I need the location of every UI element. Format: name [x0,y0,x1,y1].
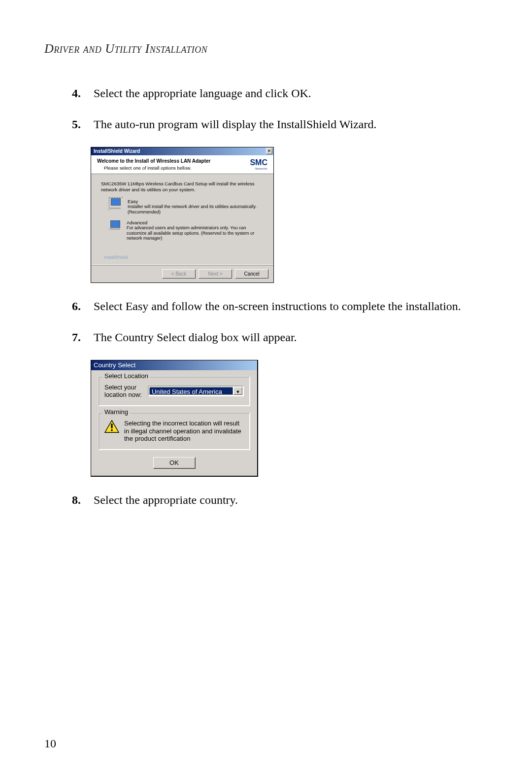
option-easy-title: Easy [128,199,264,204]
option-easy-desc: Installer will install the network drive… [128,204,264,215]
warning-group: Warning Selecting the incorrect location… [98,412,250,450]
next-button: Next > [199,269,232,279]
wizard-header-subtitle: Please select one of install options bel… [97,165,250,171]
window-title: InstallShield Wizard [92,148,140,154]
location-selected-value: United States of America [149,387,233,395]
select-location-group: Select Location Select yourlocation now:… [98,376,250,406]
step-text: The Country Select dialog box will appea… [94,329,488,346]
option-advanced-desc: For advanced users and system administra… [127,225,264,241]
step-number: 6. [72,298,94,315]
wizard-header: Welcome to the Install of Wiresless LAN … [91,155,273,174]
section-heading: Driver and Utility Installation [44,41,488,56]
page-number: 10 [44,737,56,750]
step-5: 5. The auto-run program will display the… [72,116,488,133]
step-number: 4. [72,85,94,102]
wizard-header-title: Welcome to the Install of Wiresless LAN … [97,158,250,164]
smc-logo-sub: Networks [250,167,267,170]
smc-logo: SMC [250,158,267,167]
step-8: 8. Select the appropriate country. [72,492,488,509]
close-icon[interactable]: × [266,148,272,154]
location-label: Select yourlocation now: [104,384,142,399]
ok-button[interactable]: OK [153,457,196,469]
step-number: 5. [72,116,94,133]
svg-point-2 [111,429,113,431]
option-advanced[interactable]: Advanced For advanced users and system a… [101,220,264,241]
cancel-button[interactable]: Cancel [235,269,268,279]
svg-rect-1 [111,423,112,428]
chevron-down-icon[interactable]: ▼ [233,387,242,395]
group-legend: Warning [102,408,130,416]
group-legend: Select Location [102,372,150,380]
installshield-brand: InstallShield [101,255,264,260]
back-button: < Back [162,269,196,279]
monitor-icon [109,220,122,231]
step-number: 7. [72,329,94,346]
option-easy[interactable]: Easy Installer will install the network … [101,199,264,215]
warning-text: Selecting the incorrect location will re… [124,420,244,443]
titlebar: InstallShield Wizard × [91,147,273,155]
step-text: Select Easy and follow the on-screen ins… [94,298,488,315]
country-select-dialog: Country Select Select Location Select yo… [91,360,258,477]
window-title: Country Select [94,361,135,369]
titlebar: Country Select [91,360,257,370]
wizard-intro-text: SMC2635W 11Mbps Wireless Cardbus Card Se… [101,181,264,193]
step-7: 7. The Country Select dialog box will ap… [72,329,488,346]
step-6: 6. Select Easy and follow the on-screen … [72,298,488,315]
installshield-wizard-window: InstallShield Wizard × Welcome to the In… [91,147,274,283]
wizard-footer: < Back Next > Cancel [91,265,273,282]
step-text: Select the appropriate country. [94,492,488,509]
step-number: 8. [72,492,94,509]
warning-icon [104,420,119,433]
step-4: 4. Select the appropriate language and c… [72,85,488,102]
monitor-icon [109,197,123,210]
option-advanced-title: Advanced [127,220,264,225]
location-dropdown[interactable]: United States of America ▼ [148,386,244,396]
step-text: Select the appropriate language and clic… [94,85,488,102]
step-text: The auto-run program will display the In… [94,116,488,133]
